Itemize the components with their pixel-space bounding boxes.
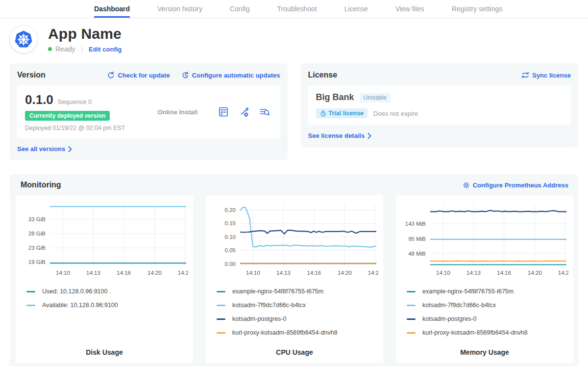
page-title: App Name	[48, 26, 122, 42]
legend-item: kotsadm-postgres-0	[407, 312, 568, 326]
gear-icon	[463, 182, 470, 189]
legend-color-dash	[217, 291, 225, 292]
license-card: License Sync license Big Bank Unstable	[301, 63, 579, 147]
legend-item: example-nginx-54f8f76755-l675m	[217, 285, 378, 298]
svg-text:14:10: 14:10	[246, 270, 260, 276]
stopwatch-icon	[320, 110, 326, 117]
deployed-timestamp: Deployed 01/19/22 @ 02:04 pm EST	[25, 125, 138, 131]
status-dot	[48, 47, 52, 51]
memory-usage-legend: example-nginx-54f8f76755-l675mkotsadm-7f…	[401, 285, 568, 340]
view-logs-search-icon[interactable]	[259, 106, 270, 118]
legend-label: example-nginx-54f8f76755-l675m	[232, 288, 323, 295]
license-expiry: Does not expire	[373, 110, 418, 117]
legend-color-dash	[407, 305, 416, 306]
channel-badge: Unstable	[360, 93, 391, 103]
tab-view-files[interactable]: View files	[395, 0, 424, 18]
disk-usage-chart: 14:1014:1314:1614:2014:2319 GiB23 GiB28 …	[21, 200, 188, 279]
legend-color-dash	[217, 305, 225, 306]
svg-text:28 GiB: 28 GiB	[28, 231, 46, 236]
memory-usage-chart: 14:1014:1314:1614:2014:2348 MiB95 MiB143…	[401, 200, 568, 279]
legend-label: kotsadm-postgres-0	[232, 315, 286, 322]
legend-item: Used: 10.128.0.96:9100	[26, 285, 188, 298]
tab-troubleshoot[interactable]: Troubleshoot	[277, 0, 317, 18]
svg-text:14:20: 14:20	[147, 270, 162, 276]
svg-text:0.10: 0.10	[225, 234, 236, 240]
svg-text:143 MiB: 143 MiB	[405, 221, 426, 227]
svg-text:48 MiB: 48 MiB	[408, 251, 426, 257]
legend-label: Available: 10.128.0.96:9100	[42, 302, 118, 309]
chart-card-disk-usage: 14:1014:1314:1614:2014:2319 GiB23 GiB28 …	[16, 195, 193, 363]
license-detail-card: Big Bank Unstable Trial license Does not…	[308, 85, 571, 125]
svg-text:14:20: 14:20	[338, 270, 352, 276]
trial-license-badge: Trial license	[316, 108, 368, 118]
legend-color-dash	[217, 318, 225, 320]
license-section-title: License	[308, 71, 338, 79]
cpu-usage-chart: 14:1014:1314:1614:2014:230.000.050.100.1…	[211, 200, 378, 279]
version-card: Version Check for update Configure au	[10, 63, 288, 160]
see-all-versions-link[interactable]: See all versions	[17, 145, 72, 153]
svg-text:14:10: 14:10	[56, 270, 70, 276]
svg-text:14:20: 14:20	[528, 270, 542, 276]
sync-license-link[interactable]: Sync license	[521, 72, 571, 79]
svg-text:14:13: 14:13	[466, 270, 481, 276]
legend-color-dash	[217, 332, 225, 334]
monitoring-panel: Monitoring Configure Prometheus Address …	[10, 174, 578, 366]
svg-text:14:23: 14:23	[368, 270, 378, 276]
install-type: Online Install	[157, 108, 197, 116]
svg-text:14:23: 14:23	[178, 270, 188, 276]
version-section-title: Version	[17, 71, 46, 79]
edit-config-link[interactable]: Edit config	[89, 46, 122, 53]
auto-update-icon	[182, 72, 189, 79]
svg-text:33 GiB: 33 GiB	[28, 216, 46, 222]
cpu-usage-legend: example-nginx-54f8f76755-l675mkotsadm-7f…	[211, 285, 378, 340]
svg-text:14:16: 14:16	[307, 270, 321, 276]
chevron-right-icon	[68, 146, 72, 152]
legend-color-dash	[407, 318, 416, 320]
license-name: Big Bank	[316, 92, 354, 103]
legend-color-dash	[407, 332, 416, 334]
top-nav: DashboardVersion historyConfigTroublesho…	[0, 0, 588, 18]
kubernetes-app-icon	[10, 26, 37, 53]
tab-license[interactable]: License	[344, 0, 368, 18]
legend-label: example-nginx-54f8f76755-l675m	[422, 288, 514, 295]
status-text: Ready	[55, 45, 75, 53]
version-number: 0.1.0	[25, 92, 53, 107]
check-for-update-link[interactable]: Check for update	[107, 72, 170, 79]
monitoring-section-title: Monitoring	[21, 181, 61, 189]
disk-usage-legend: Used: 10.128.0.96:9100Available: 10.128.…	[21, 285, 188, 312]
configure-automatic-updates-link[interactable]: Configure automatic updates	[182, 72, 280, 79]
legend-item: kurl-proxy-kotsadm-8569fb6454-dnvh8	[407, 326, 568, 340]
chart-title-memory-usage: Memory Usage	[401, 348, 568, 356]
tab-dashboard[interactable]: Dashboard	[94, 0, 130, 18]
preflight-checks-icon[interactable]	[218, 106, 229, 118]
legend-label: Used: 10.128.0.96:9100	[42, 288, 107, 295]
svg-text:0.15: 0.15	[225, 220, 236, 226]
divider: |	[81, 45, 83, 53]
app-header: App Name Ready | Edit config	[10, 26, 578, 53]
version-sequence: Sequence 0	[58, 98, 92, 105]
tab-registry-settings[interactable]: Registry settings	[452, 0, 502, 18]
legend-label: kotsadm-7f9dc7d66c-b4tcx	[232, 302, 306, 309]
svg-text:14:16: 14:16	[117, 270, 131, 276]
config-wrench-icon[interactable]	[238, 106, 250, 118]
legend-label: kurl-proxy-kotsadm-8569fb6454-dnvh8	[232, 329, 338, 336]
svg-text:14:13: 14:13	[86, 270, 100, 276]
svg-text:14:23: 14:23	[558, 270, 568, 276]
legend-color-dash	[26, 291, 35, 292]
deployed-badge: Currently deployed version	[25, 111, 110, 121]
tab-version-history[interactable]: Version history	[157, 0, 202, 18]
legend-item: kurl-proxy-kotsadm-8569fb6454-dnvh8	[217, 326, 378, 340]
svg-text:0.20: 0.20	[225, 207, 236, 213]
svg-text:14:13: 14:13	[276, 270, 291, 276]
sync-icon	[521, 72, 529, 78]
tab-config[interactable]: Config	[230, 0, 249, 18]
svg-text:14:16: 14:16	[497, 270, 511, 276]
current-version-card: 0.1.0 Sequence 0 Currently deployed vers…	[17, 85, 280, 138]
legend-label: kotsadm-postgres-0	[422, 315, 476, 322]
legend-color-dash	[26, 305, 35, 306]
configure-prometheus-link[interactable]: Configure Prometheus Address	[463, 182, 568, 189]
chevron-right-icon	[368, 133, 371, 139]
see-license-details-link[interactable]: See license details	[308, 132, 372, 139]
svg-text:95 MiB: 95 MiB	[408, 236, 426, 242]
legend-item: kotsadm-7f9dc7d66c-b4tcx	[407, 298, 568, 312]
